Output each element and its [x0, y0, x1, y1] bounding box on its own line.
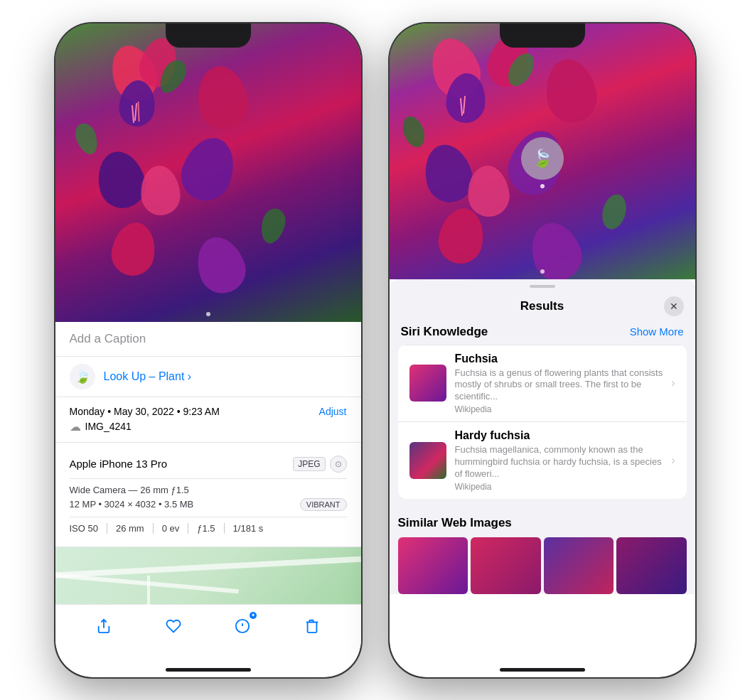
show-more-button[interactable]: Show More	[630, 325, 684, 338]
exif-row: ISO 50 26 mm 0 ev ƒ1.5 1/181 s	[70, 517, 347, 539]
hardy-fuchsia-name: Hardy fuchsia	[455, 429, 663, 442]
similar-img-2[interactable]	[471, 537, 541, 594]
siri-knowledge-header: Siri Knowledge Show More	[390, 322, 695, 345]
lookup-text: Look Up – Plant ›	[104, 370, 192, 383]
fuchsia-name: Fuchsia	[455, 352, 663, 365]
exif-iso: ISO 50	[70, 523, 107, 534]
device-name: Apple iPhone 13 Pro	[70, 458, 168, 470]
adjust-button[interactable]: Adjust	[319, 406, 347, 417]
exif-shutter: 1/181 s	[233, 523, 272, 534]
siri-knowledge-cards: Fuchsia Fuchsia is a genus of flowering …	[398, 345, 687, 499]
similar-images-section: Similar Web Images	[390, 507, 695, 594]
siri-knowledge-title: Siri Knowledge	[401, 325, 488, 339]
results-header: Results ✕	[390, 288, 695, 322]
camera-info: Wide Camera — 26 mm ƒ1.5 12 MP • 3024 × …	[70, 479, 347, 517]
vibrant-badge: VIBRANT	[300, 498, 347, 511]
camera-mp: 12 MP • 3024 × 4032 • 3.5 MB	[70, 499, 194, 510]
jpeg-badge: JPEG	[293, 457, 325, 471]
similar-img-1[interactable]	[398, 537, 468, 594]
notch	[166, 23, 251, 48]
similar-images-grid	[398, 537, 687, 594]
close-button[interactable]: ✕	[664, 296, 684, 316]
fuchsia-desc: Fuchsia is a genus of flowering plants t…	[455, 367, 663, 404]
toolbar: ✦	[55, 604, 361, 647]
left-phone: Add a Caption 🍃 Look Up – Plant › Monday…	[55, 23, 361, 677]
notch-right	[500, 23, 585, 48]
siri-visual-button[interactable]: 🍃	[521, 137, 564, 180]
exif-ev: 0 ev	[162, 523, 189, 534]
hardy-fuchsia-chevron: ›	[671, 454, 675, 467]
location-badge: ⊙	[330, 456, 347, 473]
exif-focal: 26 mm	[116, 523, 154, 534]
right-phone-screen: 🍃 Results ✕ Siri Knowledge Show More	[390, 23, 695, 677]
caption-input[interactable]: Add a Caption	[55, 322, 361, 357]
similar-img-3[interactable]	[544, 537, 614, 594]
exif-aperture: ƒ1.5	[197, 523, 224, 534]
lookup-row[interactable]: 🍃 Look Up – Plant ›	[55, 357, 361, 397]
map-preview[interactable]	[55, 547, 361, 604]
like-button[interactable]	[161, 613, 186, 639]
photo-date: Monday • May 30, 2022 • 9:23 AM	[70, 406, 220, 417]
delete-button[interactable]	[299, 613, 325, 639]
hardy-fuchsia-source: Wikipedia	[455, 482, 663, 492]
fuchsia-content: Fuchsia Fuchsia is a genus of flowering …	[455, 352, 663, 415]
home-indicator	[166, 668, 251, 672]
flower-photo-right: 🍃	[390, 23, 695, 279]
info-button[interactable]: ✦	[230, 613, 255, 639]
fuchsia-thumbnail	[409, 365, 446, 402]
cloud-icon: ☁	[70, 420, 81, 434]
left-phone-screen: Add a Caption 🍃 Look Up – Plant › Monday…	[55, 23, 361, 677]
fuchsia-source: Wikipedia	[455, 404, 663, 414]
filename-row: ☁ IMG_4241	[70, 420, 347, 434]
home-indicator-right	[500, 668, 585, 672]
hardy-fuchsia-content: Hardy fuchsia Fuchsia magellanica, commo…	[455, 429, 663, 492]
siri-dot	[540, 184, 545, 188]
right-phone: 🍃 Results ✕ Siri Knowledge Show More	[390, 23, 695, 677]
fuchsia-chevron: ›	[671, 377, 675, 389]
meta-section: Monday • May 30, 2022 • 9:23 AM Adjust ☁…	[55, 397, 361, 443]
result-fuchsia[interactable]: Fuchsia Fuchsia is a genus of flowering …	[398, 345, 687, 422]
camera-line1: Wide Camera — 26 mm ƒ1.5	[70, 485, 347, 495]
hardy-fuchsia-thumbnail	[409, 442, 446, 479]
share-button[interactable]	[91, 613, 117, 639]
similar-title: Similar Web Images	[398, 516, 687, 530]
similar-img-4[interactable]	[616, 537, 687, 594]
device-section: Apple iPhone 13 Pro JPEG ⊙ Wide Camera —…	[55, 443, 361, 547]
result-hardy-fuchsia[interactable]: Hardy fuchsia Fuchsia magellanica, commo…	[398, 421, 687, 499]
flower-photo	[55, 23, 361, 322]
hardy-fuchsia-desc: Fuchsia magellanica, commonly known as t…	[455, 444, 663, 480]
results-title: Results	[421, 299, 664, 313]
lookup-icon: 🍃	[70, 364, 95, 389]
results-panel: Results ✕ Siri Knowledge Show More Fuchs…	[390, 279, 695, 594]
